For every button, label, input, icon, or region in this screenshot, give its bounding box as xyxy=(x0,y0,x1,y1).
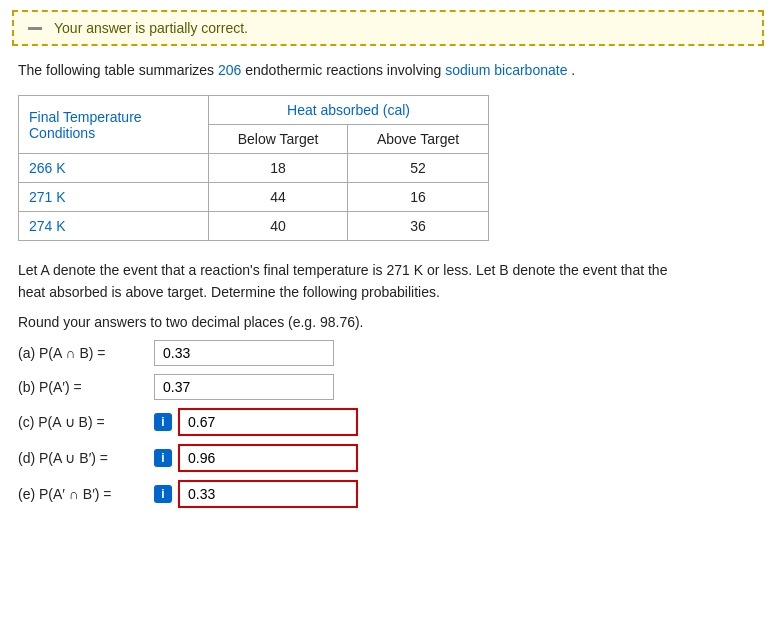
intro-text-after: . xyxy=(571,62,575,78)
minus-icon xyxy=(28,27,42,30)
intro-paragraph: The following table summarizes 206 endot… xyxy=(18,60,758,81)
table-sub-col1: Below Target xyxy=(209,125,348,154)
table-row: 274 K4036 xyxy=(19,212,489,241)
answer-label-e: (e) P(A′ ∩ B′) = xyxy=(18,486,148,502)
intro-count: 206 xyxy=(218,62,245,78)
table-cell-below: 18 xyxy=(209,154,348,183)
description-line2: heat absorbed is above target. Determine… xyxy=(18,284,440,300)
table-cell-below: 44 xyxy=(209,183,348,212)
answer-input-d[interactable] xyxy=(178,444,358,472)
answers-container: (a) P(A ∩ B) =(b) P(A′) =(c) P(A ∪ B) =i… xyxy=(18,340,758,508)
table-cell-above: 36 xyxy=(348,212,489,241)
answer-label-d: (d) P(A ∪ B′) = xyxy=(18,450,148,466)
table-row: 266 K1852 xyxy=(19,154,489,183)
info-icon-c[interactable]: i xyxy=(154,413,172,431)
answer-label-c: (c) P(A ∪ B) = xyxy=(18,414,148,430)
table-sub-col2: Above Target xyxy=(348,125,489,154)
answer-row-e: (e) P(A′ ∩ B′) =i xyxy=(18,480,758,508)
answer-row-a: (a) P(A ∩ B) = xyxy=(18,340,758,366)
answer-input-a[interactable] xyxy=(154,340,334,366)
description-text: Let A denote the event that a reaction's… xyxy=(18,259,758,304)
table-cell-above: 52 xyxy=(348,154,489,183)
answer-row-d: (d) P(A ∪ B′) =i xyxy=(18,444,758,472)
answer-row-b: (b) P(A′) = xyxy=(18,374,758,400)
answer-input-e[interactable] xyxy=(178,480,358,508)
answer-label-a: (a) P(A ∩ B) = xyxy=(18,345,148,361)
info-icon-e[interactable]: i xyxy=(154,485,172,503)
description-line1: Let A denote the event that a reaction's… xyxy=(18,262,667,278)
answer-label-b: (b) P(A′) = xyxy=(18,379,148,395)
intro-text-before: The following table summarizes xyxy=(18,62,214,78)
data-table: Final Temperature Conditions Heat absorb… xyxy=(18,95,489,241)
main-content: The following table summarizes 206 endot… xyxy=(0,60,776,534)
table-row-header-label: Final Temperature Conditions xyxy=(19,96,209,154)
intro-highlight: sodium bicarbonate xyxy=(445,62,567,78)
answer-input-c[interactable] xyxy=(178,408,358,436)
table-cell-below: 40 xyxy=(209,212,348,241)
round-note: Round your answers to two decimal places… xyxy=(18,314,758,330)
table-row: 271 K4416 xyxy=(19,183,489,212)
banner-text: Your answer is partially correct. xyxy=(54,20,248,36)
answer-row-c: (c) P(A ∪ B) =i xyxy=(18,408,758,436)
table-cell-label: 271 K xyxy=(19,183,209,212)
intro-text-middle: endothermic reactions involving xyxy=(245,62,445,78)
info-icon-d[interactable]: i xyxy=(154,449,172,467)
table-cell-label: 274 K xyxy=(19,212,209,241)
table-cell-above: 16 xyxy=(348,183,489,212)
answer-input-b[interactable] xyxy=(154,374,334,400)
table-col-header: Heat absorbed (cal) xyxy=(209,96,489,125)
partial-correct-banner: Your answer is partially correct. xyxy=(12,10,764,46)
table-cell-label: 266 K xyxy=(19,154,209,183)
